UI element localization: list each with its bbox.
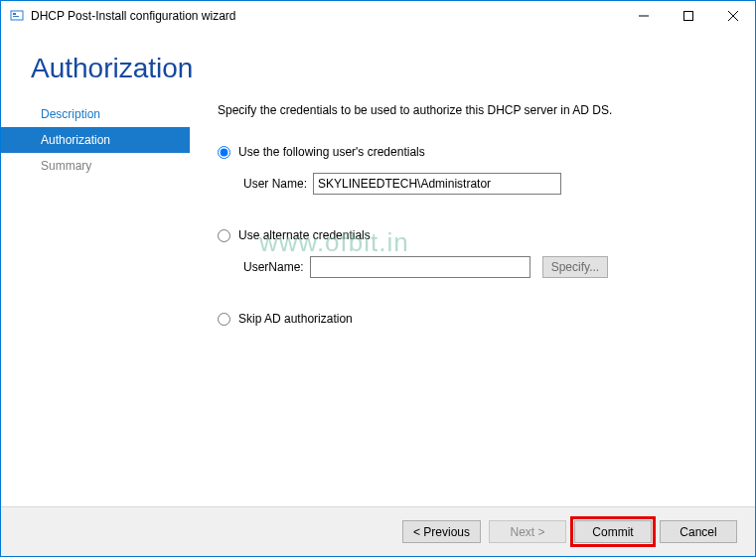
username-label-2: UserName:: [243, 260, 304, 274]
instruction-text: Specify the credentials to be used to au…: [218, 103, 725, 117]
window-title: DHCP Post-Install configuration wizard: [31, 9, 236, 23]
body: Description Authorization Summary Specif…: [1, 98, 755, 506]
nav-item-summary: Summary: [1, 153, 190, 179]
radio-current-user[interactable]: [218, 146, 230, 159]
app-icon: [9, 8, 25, 24]
maximize-button[interactable]: [666, 1, 710, 31]
nav-item-authorization[interactable]: Authorization: [1, 127, 190, 153]
page-heading: Authorization: [31, 53, 755, 84]
svg-rect-1: [13, 13, 16, 15]
username-input-current[interactable]: [313, 173, 561, 195]
username-label-1: User Name:: [243, 177, 307, 191]
heading-area: Authorization: [1, 31, 755, 98]
nav-panel: Description Authorization Summary: [1, 99, 190, 506]
svg-rect-0: [11, 11, 23, 20]
username-input-alternate: [310, 256, 530, 278]
next-button: Next >: [489, 520, 566, 543]
option-skip: Skip AD authorization: [218, 312, 725, 326]
specify-button: Specify...: [542, 256, 608, 278]
option-current-user: Use the following user's credentials Use…: [218, 145, 725, 195]
radio-current-user-label: Use the following user's credentials: [238, 145, 425, 159]
svg-rect-2: [13, 16, 19, 17]
nav-item-description[interactable]: Description: [1, 101, 190, 127]
titlebar: DHCP Post-Install configuration wizard: [1, 1, 755, 31]
commit-button[interactable]: Commit: [574, 520, 652, 543]
radio-skip[interactable]: [218, 313, 230, 326]
cancel-button[interactable]: Cancel: [660, 520, 737, 543]
content-panel: Specify the credentials to be used to au…: [190, 99, 755, 506]
close-button[interactable]: [710, 1, 755, 31]
option-alternate: Use alternate credentials UserName: Spec…: [218, 228, 725, 278]
radio-skip-label: Skip AD authorization: [238, 312, 353, 326]
svg-rect-4: [683, 12, 692, 21]
previous-button[interactable]: < Previous: [402, 520, 481, 543]
radio-alternate-label: Use alternate credentials: [238, 228, 371, 242]
radio-alternate[interactable]: [218, 229, 230, 242]
minimize-button[interactable]: [621, 1, 666, 31]
wizard-window: DHCP Post-Install configuration wizard A…: [0, 0, 756, 557]
footer: < Previous Next > Commit Cancel: [1, 506, 755, 556]
